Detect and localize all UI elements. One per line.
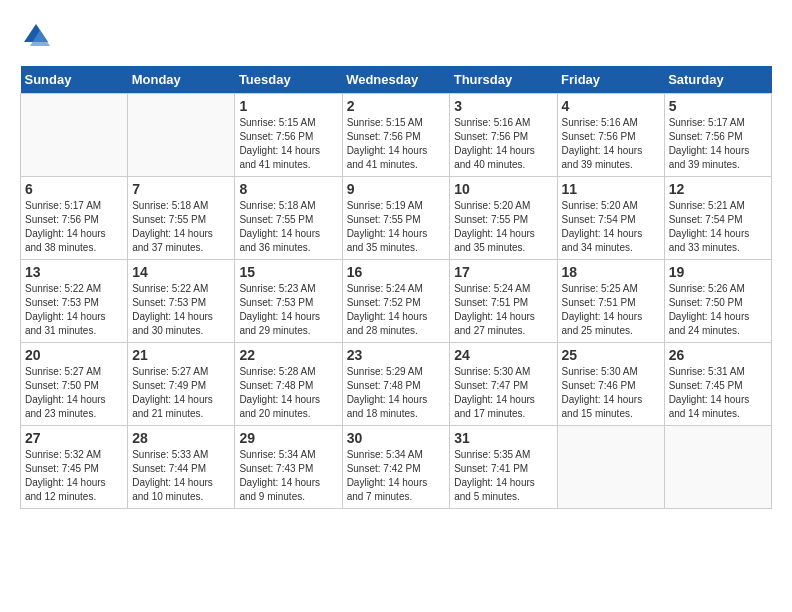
day-info: Sunrise: 5:18 AMSunset: 7:55 PMDaylight:… [132,199,230,255]
day-info: Sunrise: 5:22 AMSunset: 7:53 PMDaylight:… [25,282,123,338]
day-number: 17 [454,264,552,280]
day-number: 12 [669,181,767,197]
day-number: 31 [454,430,552,446]
day-info: Sunrise: 5:23 AMSunset: 7:53 PMDaylight:… [239,282,337,338]
calendar-cell: 29Sunrise: 5:34 AMSunset: 7:43 PMDayligh… [235,426,342,509]
day-number: 19 [669,264,767,280]
calendar-cell: 5Sunrise: 5:17 AMSunset: 7:56 PMDaylight… [664,94,771,177]
weekday-header: Sunday [21,66,128,94]
day-info: Sunrise: 5:20 AMSunset: 7:54 PMDaylight:… [562,199,660,255]
day-number: 27 [25,430,123,446]
calendar-cell: 4Sunrise: 5:16 AMSunset: 7:56 PMDaylight… [557,94,664,177]
day-number: 20 [25,347,123,363]
day-info: Sunrise: 5:19 AMSunset: 7:55 PMDaylight:… [347,199,446,255]
calendar-cell [557,426,664,509]
calendar-cell: 21Sunrise: 5:27 AMSunset: 7:49 PMDayligh… [128,343,235,426]
day-info: Sunrise: 5:28 AMSunset: 7:48 PMDaylight:… [239,365,337,421]
calendar-cell: 11Sunrise: 5:20 AMSunset: 7:54 PMDayligh… [557,177,664,260]
day-number: 7 [132,181,230,197]
calendar-cell: 15Sunrise: 5:23 AMSunset: 7:53 PMDayligh… [235,260,342,343]
calendar-cell: 26Sunrise: 5:31 AMSunset: 7:45 PMDayligh… [664,343,771,426]
weekday-header: Saturday [664,66,771,94]
page-header [20,20,772,56]
day-number: 23 [347,347,446,363]
day-number: 3 [454,98,552,114]
weekday-header-row: SundayMondayTuesdayWednesdayThursdayFrid… [21,66,772,94]
logo-icon [20,20,52,52]
day-info: Sunrise: 5:24 AMSunset: 7:51 PMDaylight:… [454,282,552,338]
day-number: 21 [132,347,230,363]
weekday-header: Friday [557,66,664,94]
day-info: Sunrise: 5:25 AMSunset: 7:51 PMDaylight:… [562,282,660,338]
day-info: Sunrise: 5:29 AMSunset: 7:48 PMDaylight:… [347,365,446,421]
calendar-row: 1Sunrise: 5:15 AMSunset: 7:56 PMDaylight… [21,94,772,177]
day-info: Sunrise: 5:17 AMSunset: 7:56 PMDaylight:… [25,199,123,255]
calendar-cell: 17Sunrise: 5:24 AMSunset: 7:51 PMDayligh… [450,260,557,343]
day-number: 16 [347,264,446,280]
day-number: 24 [454,347,552,363]
day-number: 4 [562,98,660,114]
day-number: 9 [347,181,446,197]
day-info: Sunrise: 5:18 AMSunset: 7:55 PMDaylight:… [239,199,337,255]
day-number: 13 [25,264,123,280]
day-info: Sunrise: 5:16 AMSunset: 7:56 PMDaylight:… [454,116,552,172]
day-info: Sunrise: 5:15 AMSunset: 7:56 PMDaylight:… [239,116,337,172]
calendar-cell: 16Sunrise: 5:24 AMSunset: 7:52 PMDayligh… [342,260,450,343]
day-info: Sunrise: 5:27 AMSunset: 7:50 PMDaylight:… [25,365,123,421]
day-number: 1 [239,98,337,114]
calendar-cell: 25Sunrise: 5:30 AMSunset: 7:46 PMDayligh… [557,343,664,426]
calendar-cell: 30Sunrise: 5:34 AMSunset: 7:42 PMDayligh… [342,426,450,509]
calendar-cell: 31Sunrise: 5:35 AMSunset: 7:41 PMDayligh… [450,426,557,509]
day-info: Sunrise: 5:16 AMSunset: 7:56 PMDaylight:… [562,116,660,172]
calendar-row: 6Sunrise: 5:17 AMSunset: 7:56 PMDaylight… [21,177,772,260]
day-info: Sunrise: 5:21 AMSunset: 7:54 PMDaylight:… [669,199,767,255]
calendar-cell: 18Sunrise: 5:25 AMSunset: 7:51 PMDayligh… [557,260,664,343]
day-number: 15 [239,264,337,280]
day-number: 6 [25,181,123,197]
day-number: 8 [239,181,337,197]
day-number: 25 [562,347,660,363]
day-number: 26 [669,347,767,363]
day-number: 5 [669,98,767,114]
day-info: Sunrise: 5:22 AMSunset: 7:53 PMDaylight:… [132,282,230,338]
weekday-header: Wednesday [342,66,450,94]
calendar-cell [21,94,128,177]
logo [20,20,56,56]
day-number: 28 [132,430,230,446]
day-info: Sunrise: 5:34 AMSunset: 7:43 PMDaylight:… [239,448,337,504]
day-number: 11 [562,181,660,197]
weekday-header: Monday [128,66,235,94]
calendar-cell: 24Sunrise: 5:30 AMSunset: 7:47 PMDayligh… [450,343,557,426]
calendar-row: 27Sunrise: 5:32 AMSunset: 7:45 PMDayligh… [21,426,772,509]
day-info: Sunrise: 5:33 AMSunset: 7:44 PMDaylight:… [132,448,230,504]
calendar-cell: 22Sunrise: 5:28 AMSunset: 7:48 PMDayligh… [235,343,342,426]
calendar-cell: 7Sunrise: 5:18 AMSunset: 7:55 PMDaylight… [128,177,235,260]
calendar-cell [664,426,771,509]
weekday-header: Thursday [450,66,557,94]
calendar-cell: 19Sunrise: 5:26 AMSunset: 7:50 PMDayligh… [664,260,771,343]
calendar-cell: 12Sunrise: 5:21 AMSunset: 7:54 PMDayligh… [664,177,771,260]
day-number: 22 [239,347,337,363]
calendar-cell: 6Sunrise: 5:17 AMSunset: 7:56 PMDaylight… [21,177,128,260]
calendar-cell: 20Sunrise: 5:27 AMSunset: 7:50 PMDayligh… [21,343,128,426]
calendar-cell: 27Sunrise: 5:32 AMSunset: 7:45 PMDayligh… [21,426,128,509]
day-info: Sunrise: 5:32 AMSunset: 7:45 PMDaylight:… [25,448,123,504]
day-info: Sunrise: 5:30 AMSunset: 7:47 PMDaylight:… [454,365,552,421]
day-info: Sunrise: 5:31 AMSunset: 7:45 PMDaylight:… [669,365,767,421]
calendar-cell: 23Sunrise: 5:29 AMSunset: 7:48 PMDayligh… [342,343,450,426]
day-info: Sunrise: 5:34 AMSunset: 7:42 PMDaylight:… [347,448,446,504]
day-number: 18 [562,264,660,280]
calendar-cell [128,94,235,177]
calendar-cell: 13Sunrise: 5:22 AMSunset: 7:53 PMDayligh… [21,260,128,343]
day-info: Sunrise: 5:26 AMSunset: 7:50 PMDaylight:… [669,282,767,338]
calendar-row: 13Sunrise: 5:22 AMSunset: 7:53 PMDayligh… [21,260,772,343]
calendar-cell: 10Sunrise: 5:20 AMSunset: 7:55 PMDayligh… [450,177,557,260]
day-info: Sunrise: 5:15 AMSunset: 7:56 PMDaylight:… [347,116,446,172]
calendar-cell: 9Sunrise: 5:19 AMSunset: 7:55 PMDaylight… [342,177,450,260]
weekday-header: Tuesday [235,66,342,94]
calendar-cell: 1Sunrise: 5:15 AMSunset: 7:56 PMDaylight… [235,94,342,177]
day-info: Sunrise: 5:17 AMSunset: 7:56 PMDaylight:… [669,116,767,172]
day-info: Sunrise: 5:27 AMSunset: 7:49 PMDaylight:… [132,365,230,421]
day-number: 30 [347,430,446,446]
calendar-row: 20Sunrise: 5:27 AMSunset: 7:50 PMDayligh… [21,343,772,426]
